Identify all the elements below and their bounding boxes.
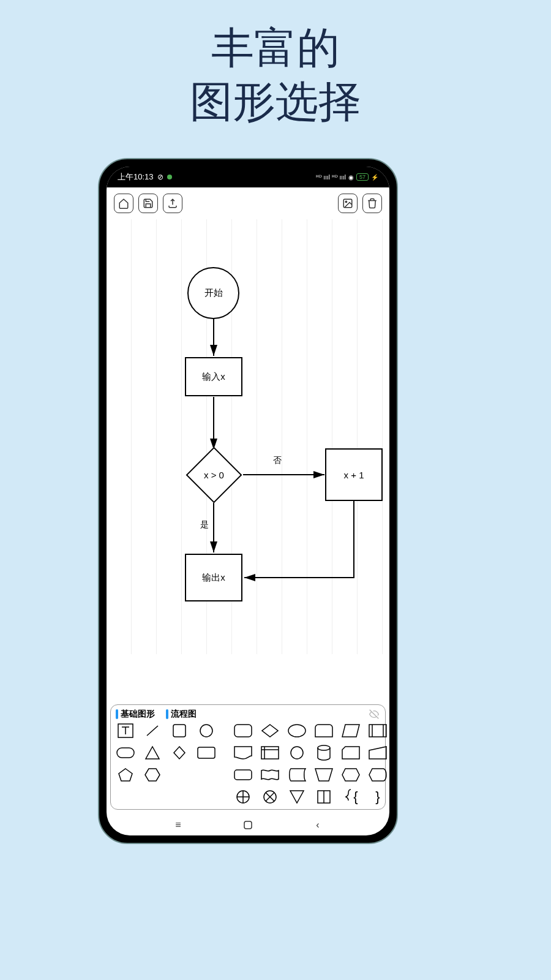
home-button[interactable] <box>114 194 133 213</box>
indicator-dot <box>167 175 172 179</box>
heading-line1: 丰富的 <box>0 21 551 75</box>
flow-process-node[interactable]: x + 1 <box>325 448 383 501</box>
svg-rect-10 <box>234 725 252 737</box>
tab-basic-shapes[interactable]: 基础图形 <box>116 709 155 720</box>
shape-diamond[interactable] <box>260 722 280 739</box>
shape-hexagon-flat[interactable] <box>341 766 361 783</box>
phone-screen: 上午10:13 ⊘ ᴴᴰ ıııl ᴴᴰ ıııl ◉ 57 ⚡ <box>107 167 389 835</box>
wifi-icon: ◉ <box>348 174 354 181</box>
nav-back[interactable]: ‹ <box>312 820 323 831</box>
status-time: 上午10:13 <box>118 172 154 183</box>
share-button[interactable] <box>163 194 182 213</box>
toolbar <box>107 187 389 219</box>
visibility-toggle-icon[interactable] <box>368 709 380 719</box>
shape-display[interactable] <box>368 766 388 783</box>
flow-decision-node[interactable]: x > 0 <box>186 447 242 503</box>
shape-internal-storage[interactable] <box>260 744 280 761</box>
shape-terminator[interactable] <box>233 766 253 783</box>
delete-button[interactable] <box>362 194 382 213</box>
shape-direct-data[interactable] <box>314 788 334 805</box>
canvas-area[interactable]: 开始 输入x x > 0 否 是 x + 1 输出x <box>107 219 389 654</box>
shape-pill[interactable] <box>116 744 135 761</box>
shape-line[interactable] <box>143 722 162 739</box>
svg-rect-31 <box>244 821 252 829</box>
shape-ellipse[interactable] <box>287 722 307 739</box>
nav-home[interactable] <box>242 820 253 831</box>
shape-wavy[interactable] <box>260 766 280 783</box>
no-label: 否 <box>273 455 282 466</box>
input-label: 输入x <box>202 371 225 383</box>
tab-flowchart[interactable]: 流程图 <box>166 709 197 720</box>
shape-predefined[interactable] <box>368 722 388 739</box>
flow-input-node[interactable]: 输入x <box>185 357 242 396</box>
process-label: x + 1 <box>344 470 364 480</box>
phone-frame: 上午10:13 ⊘ ᴴᴰ ıııl ᴴᴰ ıııl ◉ 57 ⚡ <box>98 158 398 844</box>
svg-point-1 <box>345 201 347 202</box>
shape-cylinder[interactable] <box>314 744 334 761</box>
svg-rect-16 <box>198 747 215 758</box>
save-button[interactable] <box>138 194 158 213</box>
shape-brace-right[interactable]: } <box>368 788 388 805</box>
shape-manual-input[interactable] <box>368 744 388 761</box>
shape-rounded-tab[interactable] <box>314 722 334 739</box>
shape-text[interactable] <box>116 722 135 739</box>
decision-label: x > 0 <box>204 470 224 480</box>
system-nav: ≡ ‹ <box>107 820 389 831</box>
tab1-label: 基础图形 <box>121 709 155 720</box>
svg-rect-17 <box>261 747 279 759</box>
nav-menu[interactable]: ≡ <box>173 820 184 831</box>
shape-merge[interactable] <box>287 788 307 805</box>
shape-rect[interactable] <box>197 744 216 761</box>
shape-rounded-rect[interactable] <box>233 722 253 739</box>
output-label: 输出x <box>202 572 225 584</box>
status-right: ᴴᴰ ıııl ᴴᴰ ıııl ◉ 57 ⚡ <box>316 173 378 181</box>
yes-label: 是 <box>200 519 209 530</box>
shape-connector[interactable] <box>287 744 307 761</box>
shape-hexagon[interactable] <box>143 766 162 783</box>
image-button[interactable] <box>338 194 358 213</box>
shape-triangle[interactable] <box>143 744 162 761</box>
tab2-label: 流程图 <box>171 709 197 720</box>
mute-icon: ⊘ <box>157 173 163 181</box>
svg-rect-8 <box>173 725 186 737</box>
svg-line-7 <box>147 726 158 736</box>
svg-point-11 <box>288 725 305 737</box>
camera-notch <box>244 174 252 183</box>
shape-diamond-small[interactable] <box>170 744 189 761</box>
svg-rect-15 <box>117 748 134 758</box>
svg-point-21 <box>318 745 330 750</box>
svg-rect-12 <box>369 725 386 737</box>
shape-pentagon[interactable] <box>116 766 135 783</box>
start-label: 开始 <box>204 287 223 299</box>
svg-rect-22 <box>234 770 252 780</box>
shape-square[interactable] <box>170 722 189 739</box>
flow-start-node[interactable]: 开始 <box>187 267 239 319</box>
shape-parallelogram[interactable] <box>341 722 361 739</box>
shape-or[interactable] <box>260 788 280 805</box>
shape-brace-left[interactable]: { <box>341 788 361 805</box>
shape-circle[interactable] <box>197 722 216 739</box>
promo-heading: 丰富的 图形选择 <box>0 0 551 129</box>
shape-card[interactable] <box>341 744 361 761</box>
shape-panel: 基础图形 流程图 <box>110 704 386 810</box>
charging-icon: ⚡ <box>371 174 378 181</box>
battery-indicator: 57 <box>356 173 369 181</box>
signal-icon: ᴴᴰ ıııl ᴴᴰ ıııl <box>316 174 346 181</box>
shape-trapezoid[interactable] <box>314 766 334 783</box>
flow-output-node[interactable]: 输出x <box>185 554 242 601</box>
heading-line2: 图形选择 <box>0 75 551 129</box>
shape-summing[interactable] <box>233 788 253 805</box>
shape-stored-data[interactable] <box>287 766 307 783</box>
svg-point-9 <box>200 725 212 737</box>
shape-document[interactable] <box>233 744 253 761</box>
svg-point-20 <box>291 747 303 759</box>
